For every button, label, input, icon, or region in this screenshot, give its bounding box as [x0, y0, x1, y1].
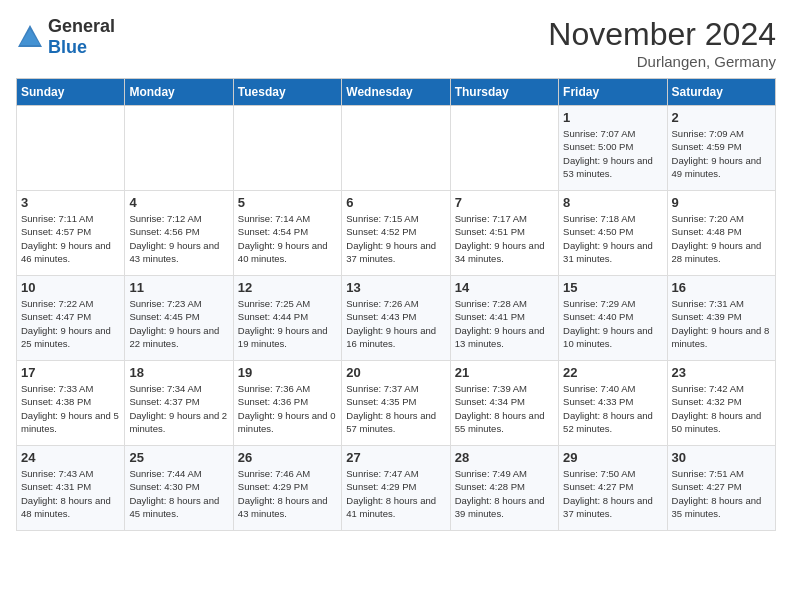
day-info: Sunrise: 7:46 AMSunset: 4:29 PMDaylight:…	[238, 467, 337, 520]
day-info: Sunrise: 7:20 AMSunset: 4:48 PMDaylight:…	[672, 212, 771, 265]
calendar-cell: 8Sunrise: 7:18 AMSunset: 4:50 PMDaylight…	[559, 191, 667, 276]
day-info: Sunrise: 7:28 AMSunset: 4:41 PMDaylight:…	[455, 297, 554, 350]
calendar-cell: 14Sunrise: 7:28 AMSunset: 4:41 PMDayligh…	[450, 276, 558, 361]
day-info: Sunrise: 7:29 AMSunset: 4:40 PMDaylight:…	[563, 297, 662, 350]
calendar-cell: 3Sunrise: 7:11 AMSunset: 4:57 PMDaylight…	[17, 191, 125, 276]
day-number: 15	[563, 280, 662, 295]
calendar-cell: 23Sunrise: 7:42 AMSunset: 4:32 PMDayligh…	[667, 361, 775, 446]
day-info: Sunrise: 7:31 AMSunset: 4:39 PMDaylight:…	[672, 297, 771, 350]
day-header-tuesday: Tuesday	[233, 79, 341, 106]
calendar-header: SundayMondayTuesdayWednesdayThursdayFrid…	[17, 79, 776, 106]
logo-icon	[16, 23, 44, 51]
day-info: Sunrise: 7:50 AMSunset: 4:27 PMDaylight:…	[563, 467, 662, 520]
day-number: 2	[672, 110, 771, 125]
calendar-cell: 10Sunrise: 7:22 AMSunset: 4:47 PMDayligh…	[17, 276, 125, 361]
calendar-cell: 16Sunrise: 7:31 AMSunset: 4:39 PMDayligh…	[667, 276, 775, 361]
calendar-cell: 24Sunrise: 7:43 AMSunset: 4:31 PMDayligh…	[17, 446, 125, 531]
day-info: Sunrise: 7:11 AMSunset: 4:57 PMDaylight:…	[21, 212, 120, 265]
calendar-cell: 2Sunrise: 7:09 AMSunset: 4:59 PMDaylight…	[667, 106, 775, 191]
calendar-cell: 25Sunrise: 7:44 AMSunset: 4:30 PMDayligh…	[125, 446, 233, 531]
calendar-week-3: 10Sunrise: 7:22 AMSunset: 4:47 PMDayligh…	[17, 276, 776, 361]
day-number: 4	[129, 195, 228, 210]
calendar-cell	[342, 106, 450, 191]
month-title: November 2024	[548, 16, 776, 53]
day-number: 3	[21, 195, 120, 210]
logo-general: General	[48, 16, 115, 36]
day-info: Sunrise: 7:17 AMSunset: 4:51 PMDaylight:…	[455, 212, 554, 265]
calendar-cell: 5Sunrise: 7:14 AMSunset: 4:54 PMDaylight…	[233, 191, 341, 276]
day-number: 27	[346, 450, 445, 465]
day-info: Sunrise: 7:39 AMSunset: 4:34 PMDaylight:…	[455, 382, 554, 435]
calendar-week-5: 24Sunrise: 7:43 AMSunset: 4:31 PMDayligh…	[17, 446, 776, 531]
day-number: 24	[21, 450, 120, 465]
day-header-friday: Friday	[559, 79, 667, 106]
calendar-cell: 18Sunrise: 7:34 AMSunset: 4:37 PMDayligh…	[125, 361, 233, 446]
calendar-cell: 9Sunrise: 7:20 AMSunset: 4:48 PMDaylight…	[667, 191, 775, 276]
day-number: 21	[455, 365, 554, 380]
calendar-cell: 13Sunrise: 7:26 AMSunset: 4:43 PMDayligh…	[342, 276, 450, 361]
calendar-cell: 4Sunrise: 7:12 AMSunset: 4:56 PMDaylight…	[125, 191, 233, 276]
day-info: Sunrise: 7:43 AMSunset: 4:31 PMDaylight:…	[21, 467, 120, 520]
calendar-cell: 11Sunrise: 7:23 AMSunset: 4:45 PMDayligh…	[125, 276, 233, 361]
day-number: 18	[129, 365, 228, 380]
day-info: Sunrise: 7:22 AMSunset: 4:47 PMDaylight:…	[21, 297, 120, 350]
calendar-cell	[125, 106, 233, 191]
logo-blue: Blue	[48, 37, 87, 57]
day-info: Sunrise: 7:25 AMSunset: 4:44 PMDaylight:…	[238, 297, 337, 350]
day-number: 30	[672, 450, 771, 465]
calendar-body: 1Sunrise: 7:07 AMSunset: 5:00 PMDaylight…	[17, 106, 776, 531]
day-info: Sunrise: 7:36 AMSunset: 4:36 PMDaylight:…	[238, 382, 337, 435]
calendar-cell: 15Sunrise: 7:29 AMSunset: 4:40 PMDayligh…	[559, 276, 667, 361]
day-info: Sunrise: 7:42 AMSunset: 4:32 PMDaylight:…	[672, 382, 771, 435]
calendar-week-2: 3Sunrise: 7:11 AMSunset: 4:57 PMDaylight…	[17, 191, 776, 276]
day-info: Sunrise: 7:12 AMSunset: 4:56 PMDaylight:…	[129, 212, 228, 265]
location: Durlangen, Germany	[548, 53, 776, 70]
day-info: Sunrise: 7:15 AMSunset: 4:52 PMDaylight:…	[346, 212, 445, 265]
calendar-cell: 17Sunrise: 7:33 AMSunset: 4:38 PMDayligh…	[17, 361, 125, 446]
day-info: Sunrise: 7:34 AMSunset: 4:37 PMDaylight:…	[129, 382, 228, 435]
calendar-cell	[17, 106, 125, 191]
calendar-week-4: 17Sunrise: 7:33 AMSunset: 4:38 PMDayligh…	[17, 361, 776, 446]
day-number: 5	[238, 195, 337, 210]
calendar-cell: 1Sunrise: 7:07 AMSunset: 5:00 PMDaylight…	[559, 106, 667, 191]
day-number: 11	[129, 280, 228, 295]
day-number: 22	[563, 365, 662, 380]
day-info: Sunrise: 7:47 AMSunset: 4:29 PMDaylight:…	[346, 467, 445, 520]
day-number: 23	[672, 365, 771, 380]
day-info: Sunrise: 7:44 AMSunset: 4:30 PMDaylight:…	[129, 467, 228, 520]
day-info: Sunrise: 7:09 AMSunset: 4:59 PMDaylight:…	[672, 127, 771, 180]
day-header-saturday: Saturday	[667, 79, 775, 106]
day-number: 25	[129, 450, 228, 465]
day-number: 28	[455, 450, 554, 465]
day-header-thursday: Thursday	[450, 79, 558, 106]
calendar-cell: 7Sunrise: 7:17 AMSunset: 4:51 PMDaylight…	[450, 191, 558, 276]
logo: General Blue	[16, 16, 115, 58]
day-number: 7	[455, 195, 554, 210]
page-header: General Blue November 2024 Durlangen, Ge…	[16, 16, 776, 70]
day-number: 17	[21, 365, 120, 380]
day-header-wednesday: Wednesday	[342, 79, 450, 106]
day-info: Sunrise: 7:07 AMSunset: 5:00 PMDaylight:…	[563, 127, 662, 180]
day-info: Sunrise: 7:26 AMSunset: 4:43 PMDaylight:…	[346, 297, 445, 350]
day-number: 14	[455, 280, 554, 295]
calendar-week-1: 1Sunrise: 7:07 AMSunset: 5:00 PMDaylight…	[17, 106, 776, 191]
day-info: Sunrise: 7:33 AMSunset: 4:38 PMDaylight:…	[21, 382, 120, 435]
header-row: SundayMondayTuesdayWednesdayThursdayFrid…	[17, 79, 776, 106]
day-info: Sunrise: 7:18 AMSunset: 4:50 PMDaylight:…	[563, 212, 662, 265]
day-number: 29	[563, 450, 662, 465]
day-header-monday: Monday	[125, 79, 233, 106]
calendar-cell: 21Sunrise: 7:39 AMSunset: 4:34 PMDayligh…	[450, 361, 558, 446]
day-info: Sunrise: 7:14 AMSunset: 4:54 PMDaylight:…	[238, 212, 337, 265]
calendar-cell: 6Sunrise: 7:15 AMSunset: 4:52 PMDaylight…	[342, 191, 450, 276]
day-info: Sunrise: 7:37 AMSunset: 4:35 PMDaylight:…	[346, 382, 445, 435]
calendar-cell: 26Sunrise: 7:46 AMSunset: 4:29 PMDayligh…	[233, 446, 341, 531]
calendar-cell	[450, 106, 558, 191]
calendar-cell: 29Sunrise: 7:50 AMSunset: 4:27 PMDayligh…	[559, 446, 667, 531]
day-header-sunday: Sunday	[17, 79, 125, 106]
calendar-table: SundayMondayTuesdayWednesdayThursdayFrid…	[16, 78, 776, 531]
day-number: 1	[563, 110, 662, 125]
calendar-cell: 20Sunrise: 7:37 AMSunset: 4:35 PMDayligh…	[342, 361, 450, 446]
day-info: Sunrise: 7:23 AMSunset: 4:45 PMDaylight:…	[129, 297, 228, 350]
day-info: Sunrise: 7:40 AMSunset: 4:33 PMDaylight:…	[563, 382, 662, 435]
calendar-cell	[233, 106, 341, 191]
